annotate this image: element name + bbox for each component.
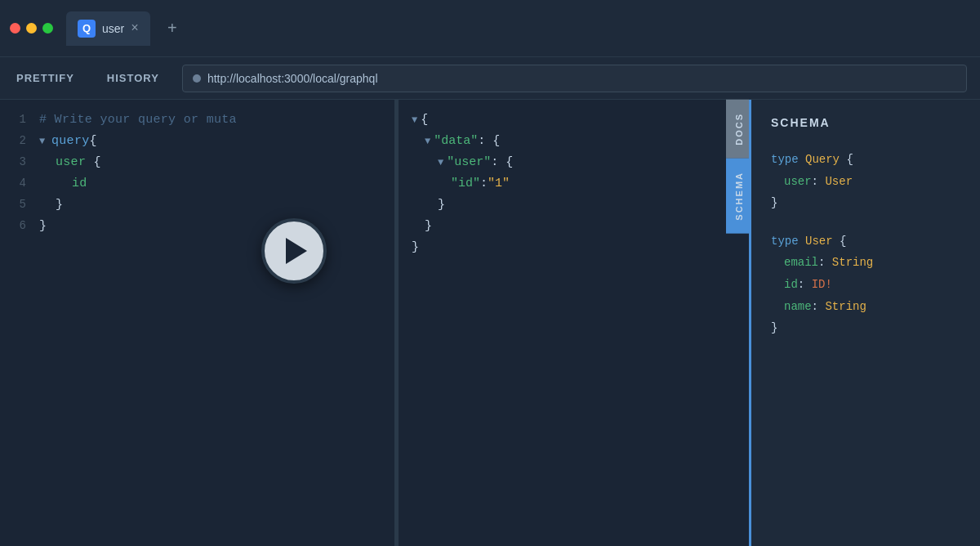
tab-icon: Q: [78, 20, 96, 38]
collapse-icon: ▼: [39, 136, 51, 147]
line-num-6: 6: [7, 219, 26, 232]
json-line-3: ▼ "user": {: [399, 155, 749, 177]
code-line-3: 3 user {: [0, 155, 394, 177]
json-line-4: "id": "1": [399, 177, 749, 198]
code-line-5: 5 }: [0, 198, 394, 219]
url-text: http://localhost:3000/local/graphql: [207, 72, 378, 85]
titlebar: Q user × +: [0, 0, 980, 57]
user-field-line: user {: [39, 155, 101, 169]
play-icon: [286, 238, 307, 264]
active-tab[interactable]: Q user ×: [66, 11, 150, 46]
schema-user-code: type User { email: String id: ID! name: …: [771, 230, 960, 339]
schema-line-type-user: type User {: [771, 230, 960, 253]
json-line-5: }: [399, 198, 749, 219]
close-button[interactable]: [10, 23, 20, 34]
main-area: 1 # Write your query or muta 2 ▼ query{ …: [0, 100, 980, 546]
line-num-2: 2: [7, 134, 26, 147]
id-field-line: id: [39, 177, 87, 190]
schema-panel-title: SCHEMA: [771, 116, 960, 129]
schema-line-user-close: }: [771, 317, 960, 339]
toolbar: PRETTIFY HISTORY http://localhost:3000/l…: [0, 57, 980, 100]
line-num-5: 5: [7, 198, 26, 211]
result-panel: ▼ { ▼ "data": { ▼ "user": { "id": "1" } …: [398, 100, 749, 546]
run-query-button[interactable]: [261, 218, 327, 284]
schema-tab[interactable]: SCHEMA: [726, 159, 749, 234]
code-line-1: 1 # Write your query or muta: [0, 113, 394, 134]
code-line-4: 4 id: [0, 177, 394, 198]
schema-panel: SCHEMA type Query { user: User } type Us…: [751, 100, 980, 546]
close-user-brace: }: [39, 198, 63, 212]
code-line-6: 6 }: [0, 219, 394, 240]
tab-title: user: [102, 22, 124, 35]
history-button[interactable]: HISTORY: [91, 57, 176, 100]
add-tab-button[interactable]: +: [160, 16, 185, 41]
query-keyword-line: ▼ query{: [39, 134, 97, 148]
schema-query-code: type Query { user: User }: [771, 149, 960, 214]
line-num-3: 3: [7, 155, 26, 168]
maximize-button[interactable]: [42, 23, 53, 34]
schema-line-name-field: name: String: [771, 296, 960, 318]
traffic-lights: [10, 23, 53, 34]
code-line-2: 2 ▼ query{: [0, 134, 394, 155]
docs-tab[interactable]: DOCS: [726, 100, 749, 159]
url-bar[interactable]: http://localhost:3000/local/graphql: [182, 65, 967, 92]
json-line-6: }: [399, 219, 749, 240]
json-line-2: ▼ "data": {: [399, 134, 749, 155]
line-num-1: 1: [7, 113, 26, 126]
schema-line-email-field: email: String: [771, 252, 960, 274]
comment-line: # Write your query or muta: [39, 113, 237, 127]
close-query-brace: }: [39, 219, 47, 233]
tab-close-icon[interactable]: ×: [131, 22, 139, 35]
side-tabs: DOCS SCHEMA: [726, 100, 749, 233]
prettify-button[interactable]: PRETTIFY: [0, 57, 91, 100]
json-line-7: }: [399, 240, 749, 262]
schema-line-query-close: }: [771, 192, 960, 214]
play-button-container: [261, 218, 327, 284]
line-num-4: 4: [7, 177, 26, 190]
schema-line-type-query: type Query {: [771, 149, 960, 171]
schema-query-block: type Query { user: User }: [771, 149, 960, 214]
url-status-dot: [193, 74, 201, 83]
schema-user-block: type User { email: String id: ID! name: …: [771, 230, 960, 339]
editor-panel[interactable]: 1 # Write your query or muta 2 ▼ query{ …: [0, 100, 394, 546]
schema-line-id-field: id: ID!: [771, 274, 960, 296]
code-editor[interactable]: 1 # Write your query or muta 2 ▼ query{ …: [0, 100, 394, 253]
json-line-1: ▼ {: [399, 113, 749, 134]
minimize-button[interactable]: [26, 23, 37, 34]
schema-line-user-field: user: User: [771, 171, 960, 193]
